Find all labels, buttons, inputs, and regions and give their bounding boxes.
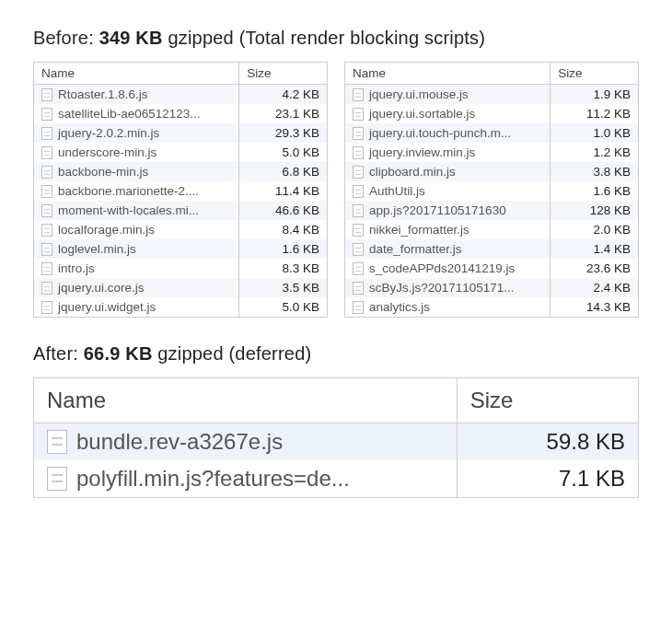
file-size-cell: 11.2 KB [550, 104, 639, 123]
file-name-cell[interactable]: jquery.ui.touch-punch.m... [345, 123, 550, 143]
table-row[interactable]: underscore-min.js5.0 KB [34, 143, 328, 162]
table-row[interactable]: polyfill.min.js?features=de...7.1 KB [34, 460, 638, 497]
file-name-cell[interactable]: AuthUtil.js [345, 181, 550, 201]
file-size-cell: 23.6 KB [550, 259, 639, 278]
file-name-cell[interactable]: nikkei_formatter.js [345, 220, 550, 239]
file-name-cell[interactable]: bundle.rev-a3267e.js [34, 423, 457, 461]
col-name[interactable]: Name [34, 378, 457, 423]
file-name: backbone-min.js [58, 165, 148, 179]
file-name-cell[interactable]: moment-with-locales.mi... [34, 201, 239, 220]
before-suffix: gzipped (Total render blocking scripts) [163, 28, 485, 48]
file-icon [353, 166, 364, 179]
file-icon [41, 204, 52, 217]
file-name-cell[interactable]: Rtoaster.1.8.6.js [34, 85, 239, 105]
table-row[interactable]: bundle.rev-a3267e.js59.8 KB [34, 423, 638, 461]
file-name: analytics.js [369, 300, 430, 314]
file-size-cell: 5.0 KB [239, 143, 328, 162]
table-row[interactable]: backbone-min.js6.8 KB [34, 162, 328, 181]
file-name-cell[interactable]: jquery.ui.sortable.js [345, 104, 550, 123]
file-icon [47, 430, 67, 454]
col-name[interactable]: Name [34, 63, 239, 85]
table-row[interactable]: loglevel.min.js1.6 KB [34, 239, 328, 259]
col-name[interactable]: Name [345, 63, 550, 85]
file-icon [41, 185, 52, 198]
file-name-cell[interactable]: jquery.ui.mouse.js [345, 85, 550, 105]
file-size-cell: 1.2 KB [550, 143, 639, 162]
file-icon [353, 146, 364, 159]
file-name: date_formatter.js [369, 242, 462, 256]
table-row[interactable]: s_codeAPPds20141219.js23.6 KB [345, 259, 639, 278]
file-name-cell[interactable]: localforage.min.js [34, 220, 239, 239]
col-size[interactable]: Size [550, 63, 639, 85]
file-icon [353, 262, 364, 275]
table-row[interactable]: scByJs.js?20171105171...2.4 KB [345, 278, 639, 297]
file-name-cell[interactable]: s_codeAPPds20141219.js [345, 259, 550, 278]
table-row[interactable]: jquery.inview.min.js1.2 KB [345, 143, 639, 162]
file-size-cell: 29.3 KB [239, 123, 328, 143]
file-icon [41, 127, 52, 140]
file-name-cell[interactable]: polyfill.min.js?features=de... [34, 460, 457, 497]
file-name-cell[interactable]: app.js?20171105171630 [345, 201, 550, 220]
file-name-cell[interactable]: jquery.inview.min.js [345, 143, 550, 162]
col-size[interactable]: Size [457, 378, 638, 423]
file-name-cell[interactable]: scByJs.js?20171105171... [345, 278, 550, 297]
table-row[interactable]: date_formatter.js1.4 KB [345, 239, 639, 259]
file-icon [353, 204, 364, 217]
file-name: AuthUtil.js [369, 184, 425, 198]
file-name: intro.js [58, 261, 95, 275]
table-row[interactable]: Rtoaster.1.8.6.js4.2 KB [34, 85, 328, 105]
table-row[interactable]: nikkei_formatter.js2.0 KB [345, 220, 639, 239]
file-name-cell[interactable]: jquery.ui.core.js [34, 278, 239, 297]
file-size-cell: 3.5 KB [239, 278, 328, 297]
before-table-right: Name Size jquery.ui.mouse.js1.9 KBjquery… [344, 62, 639, 318]
table-row[interactable]: jquery.ui.core.js3.5 KB [34, 278, 328, 297]
file-name: jquery.inview.min.js [369, 145, 475, 159]
file-name-cell[interactable]: jquery.ui.widget.js [34, 297, 239, 318]
file-icon [353, 108, 364, 121]
file-icon [41, 224, 52, 237]
file-icon [41, 282, 52, 295]
table-row[interactable]: jquery.ui.touch-punch.m...1.0 KB [345, 123, 639, 143]
table-row[interactable]: moment-with-locales.mi...46.6 KB [34, 201, 328, 220]
table-row[interactable]: app.js?20171105171630128 KB [345, 201, 639, 220]
before-prefix: Before: [33, 28, 99, 48]
table-row[interactable]: analytics.js14.3 KB [345, 297, 639, 318]
file-icon [353, 301, 364, 314]
file-name-cell[interactable]: backbone.marionette-2.... [34, 181, 239, 201]
table-row[interactable]: jquery.ui.sortable.js11.2 KB [345, 104, 639, 123]
file-name: Rtoaster.1.8.6.js [58, 87, 148, 101]
file-icon [41, 108, 52, 121]
table-row[interactable]: AuthUtil.js1.6 KB [345, 181, 639, 201]
after-table: Name Size bundle.rev-a3267e.js59.8 KBpol… [34, 378, 638, 497]
file-name-cell[interactable]: loglevel.min.js [34, 239, 239, 259]
file-name-cell[interactable]: backbone-min.js [34, 162, 239, 181]
table-row[interactable]: jquery-2.0.2.min.js29.3 KB [34, 123, 328, 143]
file-name: jquery.ui.mouse.js [369, 87, 469, 101]
after-prefix: After: [33, 343, 84, 364]
table-row[interactable]: localforage.min.js8.4 KB [34, 220, 328, 239]
file-size-cell: 128 KB [550, 201, 639, 220]
file-name-cell[interactable]: jquery-2.0.2.min.js [34, 123, 239, 143]
file-name-cell[interactable]: underscore-min.js [34, 143, 239, 162]
table-row[interactable]: clipboard.min.js3.8 KB [345, 162, 639, 181]
table-row[interactable]: jquery.ui.widget.js5.0 KB [34, 297, 328, 318]
table-row[interactable]: intro.js8.3 KB [34, 259, 328, 278]
file-icon [353, 282, 364, 295]
table-row[interactable]: jquery.ui.mouse.js1.9 KB [345, 85, 639, 105]
table-row[interactable]: satelliteLib-ae06512123...23.1 KB [34, 104, 328, 123]
file-size-cell: 7.1 KB [457, 460, 638, 497]
table-row[interactable]: backbone.marionette-2....11.4 KB [34, 181, 328, 201]
col-size[interactable]: Size [239, 63, 328, 85]
file-name-cell[interactable]: satelliteLib-ae06512123... [34, 104, 239, 123]
file-icon [41, 262, 52, 275]
file-name: backbone.marionette-2.... [58, 184, 199, 198]
file-name-cell[interactable]: intro.js [34, 259, 239, 278]
file-size-cell: 59.8 KB [457, 423, 638, 461]
file-name-cell[interactable]: date_formatter.js [345, 239, 550, 259]
file-icon [353, 127, 364, 140]
file-name-cell[interactable]: clipboard.min.js [345, 162, 550, 181]
file-name-cell[interactable]: analytics.js [345, 297, 550, 318]
file-icon [353, 88, 364, 101]
after-heading: After: 66.9 KB gzipped (deferred) [33, 343, 639, 365]
file-name: jquery.ui.widget.js [58, 300, 156, 314]
